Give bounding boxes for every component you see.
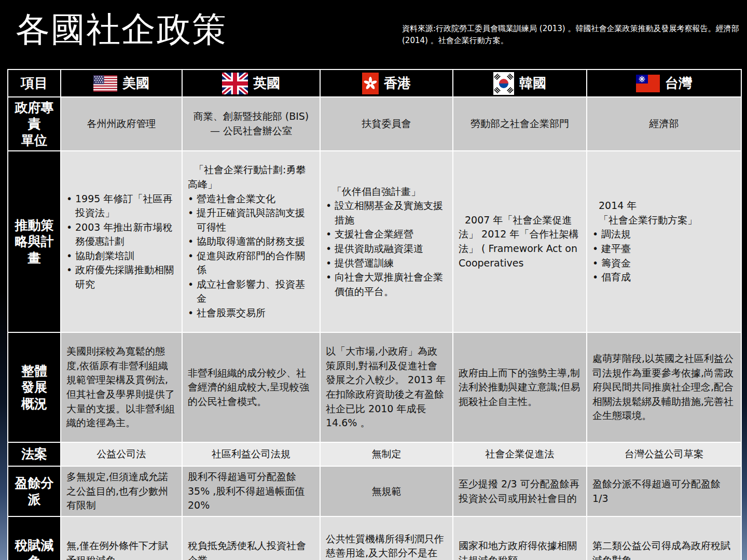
text-line: 2007 年「社會企業促進法」 2012 年「合作社架構法」 ( Framewo… bbox=[459, 213, 581, 270]
column-header-kr: 韓國 bbox=[453, 70, 586, 96]
bullet-dot: • bbox=[188, 234, 197, 249]
cell-strategy-us: •1995 年修訂「社區再投資法」•2003 年推出新市場稅務優惠計劃•協助創業… bbox=[61, 151, 182, 332]
bullet-item: •設立相關基金及實施支援措施 bbox=[326, 199, 447, 227]
bullet-text: 倡育成 bbox=[601, 270, 736, 285]
row-label-overview: 整體 發展 概況 bbox=[8, 333, 60, 442]
bullet-dot: • bbox=[592, 270, 601, 285]
bullet-item: •營造社會企業文化 bbox=[188, 192, 314, 206]
bullet-item: •提供營運訓練 bbox=[326, 256, 447, 271]
cell-law-uk: 社區利益公司法規 bbox=[183, 443, 320, 466]
bullet-text: 協助創業培訓 bbox=[75, 249, 176, 263]
cell-dividend-hk: 無規範 bbox=[321, 467, 452, 516]
bullet-dot: • bbox=[66, 192, 75, 220]
bullet-item: •成立社會影響力、投資基金 bbox=[188, 277, 314, 306]
uk-flag-icon bbox=[222, 73, 248, 94]
bullet-dot: • bbox=[592, 242, 601, 256]
row-label-dividend: 盈餘分 派 bbox=[8, 467, 60, 516]
bullet-item: •協助創業培訓 bbox=[66, 249, 176, 263]
cell-tax-kr: 國家和地方政府得依據相關法規減免稅額 bbox=[453, 517, 586, 560]
text-line: 「社會企業行動計劃:勇攀高峰」 bbox=[188, 163, 314, 191]
column-header-label-tw: 台灣 bbox=[665, 74, 692, 92]
cell-law-us: 公益公司法 bbox=[61, 443, 182, 466]
cell-law-kr: 社會企業促進法 bbox=[453, 443, 586, 466]
cell-tax-uk: 稅負抵免誘使私人投資社會企業 bbox=[183, 517, 320, 560]
column-header-label-uk: 英國 bbox=[253, 74, 280, 92]
bullet-text: 調法規 bbox=[601, 227, 736, 242]
bullet-dot: • bbox=[66, 263, 75, 291]
bullet-dot: • bbox=[66, 249, 75, 263]
cell-overview-kr: 政府由上而下的強勢主導,制法利於推動與建立意識;但易扼殺社企自主性。 bbox=[453, 333, 586, 442]
bullet-text: 提升正確資訊與諮詢支援可得性 bbox=[197, 206, 314, 234]
bullet-text: 協助取得適當的財務支援 bbox=[197, 234, 314, 249]
column-header-item: 項目 bbox=[8, 70, 60, 96]
bullet-text: 支援社會企業經營 bbox=[335, 227, 447, 242]
bullet-item: •籌資金 bbox=[592, 256, 736, 271]
column-header-label-kr: 韓國 bbox=[519, 74, 546, 92]
row-label-agency: 政府專 責 單位 bbox=[8, 97, 60, 150]
cell-tax-hk: 公共性質機構所得利潤只作慈善用途,及大部分不是在香港以外地方使用, bbox=[321, 517, 452, 560]
cell-strategy-uk: 「社會企業行動計劃:勇攀高峰」•營造社會企業文化•提升正確資訊與諮詢支援可得性•… bbox=[183, 151, 320, 332]
cell-agency-uk: 商業、創新暨技能部 (BIS) — 公民社會辦公室 bbox=[183, 97, 320, 150]
bullet-dot: • bbox=[326, 256, 335, 271]
bullet-text: 政府優先採購推動相關研究 bbox=[75, 263, 176, 291]
bullet-text: 1995 年修訂「社區再投資法」 bbox=[75, 192, 176, 220]
cell-agency-kr: 勞動部之社會企業部門 bbox=[453, 97, 586, 150]
text-line: 2014 年 bbox=[592, 199, 736, 213]
tw-flag-icon bbox=[636, 75, 660, 92]
column-header-hk: 香港 bbox=[321, 70, 452, 96]
bullet-dot: • bbox=[326, 270, 335, 299]
us-flag-icon bbox=[93, 75, 117, 92]
bullet-item: •提升正確資訊與諮詢支援可得性 bbox=[188, 206, 314, 234]
bullet-text: 提供資助或融資渠道 bbox=[335, 242, 447, 256]
bullet-text: 成立社會影響力、投資基金 bbox=[197, 277, 314, 306]
text-line: 「社會企業行動方案」 bbox=[592, 213, 736, 228]
bullet-item: •向社會大眾推廣社會企業價值的平台。 bbox=[326, 270, 447, 299]
cell-tax-us: 無,僅在例外條件下才賦予租稅減免。 bbox=[61, 517, 182, 560]
bullet-text: 提供營運訓練 bbox=[335, 256, 447, 271]
cell-dividend-us: 多無規定,但須達成允諾之公益目的,也有少數州有限制 bbox=[61, 467, 182, 516]
item-header-label: 項目 bbox=[21, 74, 48, 92]
bullet-dot: • bbox=[592, 227, 601, 242]
cell-law-tw: 台灣公益公司草案 bbox=[587, 443, 741, 466]
cell-overview-uk: 非營利組織的成分較少、社會經濟的組成較大,呈現較強的公民社會模式。 bbox=[183, 333, 320, 442]
cell-overview-tw: 處萌芽階段,以英國之社區利益公司法規作為重要參考依據,尚需政府與民間共同推廣社企… bbox=[587, 333, 741, 442]
bullet-dot: • bbox=[326, 227, 335, 242]
text-line: 「伙伴倡自強計畫」 bbox=[326, 185, 447, 199]
column-header-us: 美國 bbox=[61, 70, 182, 96]
bullet-item: •支援社會企業經營 bbox=[326, 227, 447, 242]
bullet-item: •建平臺 bbox=[592, 242, 736, 256]
cell-strategy-tw: 2014 年「社會企業行動方案」•調法規•建平臺•籌資金•倡育成 bbox=[587, 151, 741, 332]
bullet-dot: • bbox=[592, 256, 601, 271]
bullet-text: 向社會大眾推廣社會企業價值的平台。 bbox=[335, 270, 447, 299]
bullet-text: 設立相關基金及實施支援措施 bbox=[335, 199, 447, 227]
bullet-text: 2003 年推出新市場稅務優惠計劃 bbox=[75, 220, 176, 249]
cell-overview-hk: 以「大市場,小政府」為政策原則,對福利及促進社會發展之介入較少。 2013 年在… bbox=[321, 333, 452, 442]
policy-table: 項目 美國 bbox=[7, 69, 742, 560]
bullet-item: •社會股票交易所 bbox=[188, 306, 314, 320]
bullet-text: 籌資金 bbox=[601, 256, 736, 271]
cell-strategy-kr: 2007 年「社會企業促進法」 2012 年「合作社架構法」 ( Framewo… bbox=[453, 151, 586, 332]
cell-overview-us: 美國則採較為寬鬆的態度,依循原有非營利組織規範管理架構及貫例法,但其社會及學界則… bbox=[61, 333, 182, 442]
bullet-text: 營造社會企業文化 bbox=[197, 192, 314, 206]
column-header-label-us: 美國 bbox=[122, 74, 149, 92]
bullet-item: •協助取得適當的財務支援 bbox=[188, 234, 314, 249]
cell-agency-hk: 扶貧委員會 bbox=[321, 97, 452, 150]
bullet-item: •倡育成 bbox=[592, 270, 736, 285]
bullet-text: 促進與政府部門的合作關係 bbox=[197, 249, 314, 277]
bullet-text: 社會股票交易所 bbox=[197, 306, 314, 320]
row-label-law: 法案 bbox=[8, 443, 60, 466]
bullet-dot: • bbox=[188, 306, 197, 320]
hk-flag-icon bbox=[362, 73, 379, 94]
cell-law-hk: 無制定 bbox=[321, 443, 452, 466]
bullet-dot: • bbox=[326, 242, 335, 256]
cell-dividend-kr: 至少提撥 2/3 可分配盈餘再投資於公司或用於社會目的 bbox=[453, 467, 586, 516]
bullet-dot: • bbox=[188, 206, 197, 234]
cell-dividend-tw: 盈餘分派不得超過可分配盈餘 1/3 bbox=[587, 467, 741, 516]
bullet-item: •1995 年修訂「社區再投資法」 bbox=[66, 192, 176, 220]
bullet-item: •政府優先採購推動相關研究 bbox=[66, 263, 176, 291]
cell-agency-us: 各州州政府管理 bbox=[61, 97, 182, 150]
column-header-tw: 台灣 bbox=[587, 70, 741, 96]
cell-dividend-uk: 股利不得超過可分配盈餘 35% ,股利不得超過帳面值 20% bbox=[183, 467, 320, 516]
cell-tax-tw: 第二類公益公司得成為政府稅賦減免對象 bbox=[587, 517, 741, 560]
source-note: 資料來源:行政院勞工委員會職業訓練局 (2013) 。韓國社會企業政策推動及發展… bbox=[402, 23, 747, 47]
